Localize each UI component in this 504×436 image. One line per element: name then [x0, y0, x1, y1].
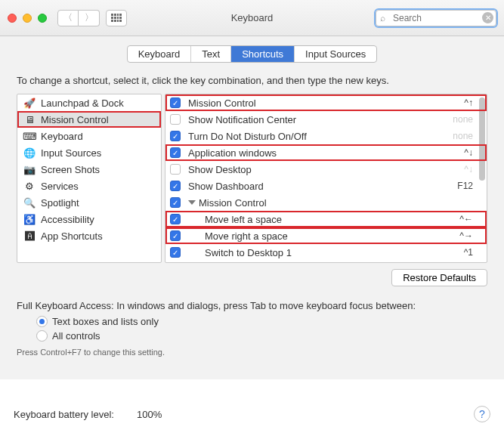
shortcut-label: Turn Do Not Disturb On/Off [188, 131, 446, 142]
sidebar-item-screen-shots[interactable]: 📷 Screen Shots [17, 161, 161, 178]
search-input[interactable] [376, 10, 496, 26]
shortcut-row[interactable]: ✓ Switch to Desktop 1 ^1 [165, 244, 487, 261]
sidebar-item-label: Accessibility [41, 214, 94, 225]
checkbox[interactable]: ✓ [170, 97, 181, 108]
checkbox[interactable]: ✓ [170, 214, 181, 224]
checkbox[interactable]: ✓ [170, 230, 181, 241]
checkbox[interactable]: ✓ [170, 147, 181, 158]
title-bar: 〈 〉 Keyboard ⌕ ✕ [0, 0, 504, 36]
shortcut-row[interactable]: ✓ Switch to Desktop 2 ^2 [165, 261, 487, 263]
sidebar-item-services[interactable]: ⚙ Services [17, 178, 161, 194]
services-icon: ⚙ [23, 180, 36, 192]
sidebar-item-input-sources[interactable]: 🌐 Input Sources [17, 144, 161, 161]
shortcut-list[interactable]: ✓ Mission Control ^↑ Show Notification C… [165, 94, 487, 263]
radio-label: All controls [52, 330, 100, 342]
disclosure-triangle-icon[interactable] [188, 200, 196, 205]
shortcut-row[interactable]: ✓ Application windows ^↓ [165, 144, 487, 161]
shortcut-label: Show Dashboard [188, 181, 446, 192]
shortcut-key[interactable]: ^← [446, 214, 473, 224]
minimize-icon[interactable] [23, 14, 32, 23]
shortcut-row[interactable]: ✓ Turn Do Not Disturb On/Off none [165, 128, 487, 144]
radio-all-controls[interactable]: All controls [36, 330, 490, 342]
battery-value: 100% [137, 409, 162, 420]
sidebar-item-label: Services [41, 181, 79, 192]
sidebar-item-keyboard[interactable]: ⌨ Keyboard [17, 128, 161, 144]
checkbox[interactable]: ✓ [170, 131, 181, 141]
shortcut-row[interactable]: Show Notification Center none [165, 111, 487, 128]
checkbox[interactable]: ✓ [170, 197, 181, 208]
shortcut-key[interactable]: ^1 [446, 247, 473, 258]
keyboard-icon: ⌨ [23, 130, 36, 142]
forward-button[interactable]: 〉 [79, 10, 100, 26]
panels: 🚀 Launchpad & Dock 🖥 Mission Control ⌨ K… [17, 94, 487, 263]
radio-text-boxes[interactable]: Text boxes and lists only [36, 316, 490, 327]
shortcut-key[interactable]: F12 [446, 181, 473, 191]
sidebar-item-label: Launchpad & Dock [41, 97, 124, 109]
shortcut-key[interactable]: none [446, 131, 473, 141]
shortcut-key[interactable]: none [446, 114, 473, 125]
close-icon[interactable] [8, 14, 17, 23]
instruction-text: To change a shortcut, select it, click t… [17, 75, 487, 86]
screenshot-icon: 📷 [23, 163, 36, 175]
shortcut-key[interactable]: ^↓ [446, 147, 473, 158]
sidebar-item-launchpad[interactable]: 🚀 Launchpad & Dock [17, 94, 161, 111]
tab-segment: Keyboard Text Shortcuts Input Sources [127, 45, 378, 63]
search-field-wrap: ⌕ ✕ [376, 10, 496, 26]
shortcut-row[interactable]: ✓ Mission Control ^↑ [165, 94, 487, 111]
shortcut-key[interactable]: ^→ [446, 230, 473, 241]
shortcut-key[interactable]: ^↑ [446, 97, 473, 108]
show-all-button[interactable] [106, 10, 127, 26]
clear-search-icon[interactable]: ✕ [482, 12, 493, 23]
shortcut-group-row[interactable]: ✓ Mission Control [165, 194, 487, 211]
shortcut-key[interactable]: ^↓ [446, 164, 473, 175]
shortcut-label: Mission Control [188, 97, 446, 109]
shortcut-label: Show Desktop [188, 164, 446, 175]
checkbox[interactable] [170, 164, 181, 175]
tab-text[interactable]: Text [191, 46, 231, 62]
sidebar-item-accessibility[interactable]: ♿ Accessibility [17, 211, 161, 227]
mission-control-icon: 🖥 [23, 113, 36, 125]
sidebar-item-label: Spotlight [41, 197, 79, 209]
sidebar-item-label: Mission Control [41, 114, 109, 125]
category-sidebar[interactable]: 🚀 Launchpad & Dock 🖥 Mission Control ⌨ K… [17, 94, 162, 263]
tab-shortcuts[interactable]: Shortcuts [231, 46, 295, 62]
zoom-icon[interactable] [38, 14, 47, 23]
sidebar-item-label: App Shortcuts [41, 230, 103, 242]
tab-keyboard[interactable]: Keyboard [128, 46, 192, 62]
launchpad-icon: 🚀 [23, 97, 36, 109]
shortcut-row[interactable]: ✓ Move left a space ^← [165, 211, 487, 227]
radio-button[interactable] [36, 330, 48, 342]
restore-wrap: Restore Defaults [14, 269, 487, 286]
shortcut-row[interactable]: ✓ Move right a space ^→ [165, 227, 487, 244]
radio-label: Text boxes and lists only [52, 316, 159, 327]
shortcut-label: Switch to Desktop 1 [188, 247, 446, 258]
fka-radio-group: Text boxes and lists only All controls [36, 316, 490, 342]
shortcut-row[interactable]: ✓ Show Dashboard F12 [165, 178, 487, 194]
sidebar-item-spotlight[interactable]: 🔍 Spotlight [17, 194, 161, 211]
fka-text: Full Keyboard Access: In windows and dia… [17, 300, 487, 311]
input-sources-icon: 🌐 [23, 147, 36, 159]
sidebar-item-mission-control[interactable]: 🖥 Mission Control [17, 111, 161, 128]
sidebar-item-app-shortcuts[interactable]: 🅰 App Shortcuts [17, 227, 161, 244]
shortcut-row[interactable]: Show Desktop ^↓ [165, 161, 487, 178]
help-icon: ? [479, 408, 485, 420]
tab-input-sources[interactable]: Input Sources [295, 46, 376, 62]
hint-text: Press Control+F7 to change this setting. [17, 348, 487, 357]
sidebar-item-label: Keyboard [41, 131, 83, 142]
shortcut-label: Move left a space [188, 214, 446, 225]
window-controls [8, 14, 47, 23]
help-button[interactable]: ? [474, 406, 490, 422]
grid-icon [111, 14, 122, 23]
checkbox[interactable]: ✓ [170, 247, 181, 258]
radio-button[interactable] [36, 316, 48, 327]
app-shortcuts-icon: 🅰 [23, 230, 36, 242]
spotlight-icon: 🔍 [23, 196, 36, 209]
sidebar-item-label: Input Sources [41, 147, 101, 159]
nav-buttons: 〈 〉 [57, 10, 100, 26]
checkbox[interactable]: ✓ [170, 181, 181, 191]
tab-bar: Keyboard Text Shortcuts Input Sources [14, 45, 490, 63]
back-button[interactable]: 〈 [57, 10, 79, 26]
restore-defaults-button[interactable]: Restore Defaults [391, 269, 487, 286]
checkbox[interactable] [170, 114, 181, 125]
shortcut-label: Show Notification Center [188, 114, 446, 125]
